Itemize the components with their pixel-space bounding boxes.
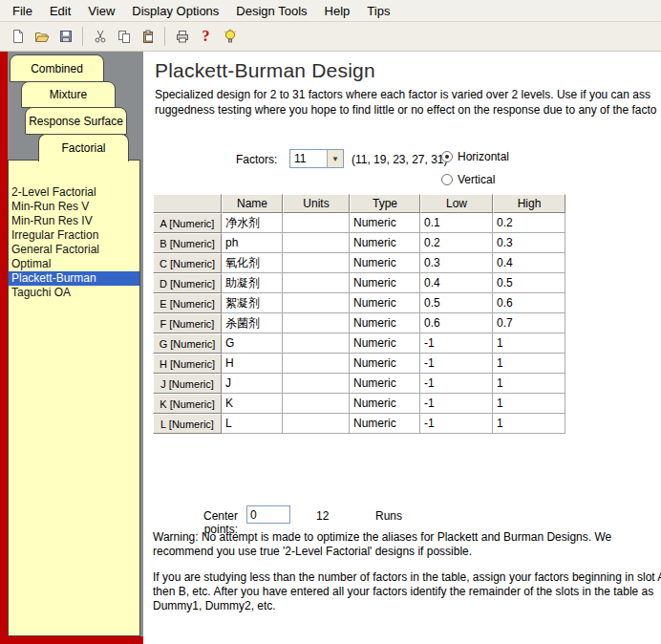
- cell-low[interactable]: 0.4: [420, 273, 493, 293]
- row-header[interactable]: K [Numeric]: [153, 394, 222, 414]
- sidebar-item-min-run-res-iv[interactable]: Min-Run Res IV: [9, 214, 139, 228]
- cell-units[interactable]: [283, 273, 350, 293]
- cell-type[interactable]: Numeric: [350, 213, 420, 233]
- tab-factorial[interactable]: Factorial: [38, 134, 129, 161]
- cell-units[interactable]: [283, 354, 350, 374]
- open-button[interactable]: [30, 25, 53, 48]
- tab-mixture[interactable]: Mixture: [21, 81, 116, 108]
- cell-high[interactable]: 0.3: [493, 233, 565, 253]
- cell-high[interactable]: 0.2: [493, 213, 565, 233]
- cell-units[interactable]: [283, 233, 350, 253]
- row-header[interactable]: D [Numeric]: [153, 273, 222, 293]
- cell-high[interactable]: 1: [493, 374, 565, 394]
- sidebar-item-min-run-res-v[interactable]: Min-Run Res V: [9, 200, 139, 214]
- copy-button[interactable]: [112, 25, 136, 48]
- cell-type[interactable]: Numeric: [350, 414, 420, 434]
- cell-low[interactable]: 0.3: [420, 253, 493, 273]
- cell-low[interactable]: -1: [420, 354, 493, 374]
- cell-units[interactable]: [283, 333, 350, 354]
- row-header[interactable]: F [Numeric]: [153, 313, 222, 333]
- menu-tips[interactable]: Tips: [358, 1, 398, 21]
- cell-type[interactable]: Numeric: [350, 313, 420, 333]
- cell-low[interactable]: 0.1: [420, 213, 493, 233]
- cell-type[interactable]: Numeric: [350, 253, 420, 273]
- cell-name[interactable]: K: [222, 394, 283, 414]
- cell-name[interactable]: 助凝剂: [222, 273, 283, 293]
- cell-name[interactable]: 絮凝剂: [222, 293, 283, 313]
- sidebar-item-2-level-factorial[interactable]: 2-Level Factorial: [9, 185, 139, 200]
- tips-button[interactable]: [218, 25, 242, 48]
- cell-high[interactable]: 0.6: [493, 293, 565, 313]
- cell-units[interactable]: [283, 394, 350, 414]
- cell-name[interactable]: J: [222, 374, 283, 394]
- cell-low[interactable]: -1: [420, 394, 493, 414]
- cell-type[interactable]: Numeric: [350, 293, 420, 313]
- cell-name[interactable]: ph: [222, 233, 283, 253]
- column-header-low[interactable]: Low: [420, 194, 493, 213]
- column-header-units[interactable]: Units: [283, 194, 350, 213]
- cell-units[interactable]: [283, 374, 350, 394]
- cell-high[interactable]: 0.4: [493, 253, 565, 273]
- menu-display-options[interactable]: Display Options: [123, 1, 227, 21]
- row-header[interactable]: C [Numeric]: [153, 253, 222, 273]
- cell-low[interactable]: 0.2: [420, 233, 493, 253]
- cell-name[interactable]: L: [222, 414, 283, 434]
- cell-low[interactable]: 0.6: [420, 313, 493, 333]
- cell-high[interactable]: 1: [493, 333, 565, 354]
- menu-design-tools[interactable]: Design Tools: [227, 1, 315, 21]
- cell-type[interactable]: Numeric: [350, 394, 420, 414]
- center-points-input[interactable]: [246, 505, 290, 524]
- cell-type[interactable]: Numeric: [350, 233, 420, 253]
- radio-vertical[interactable]: Vertical: [441, 173, 495, 186]
- row-header[interactable]: L [Numeric]: [153, 414, 222, 434]
- paste-button[interactable]: [136, 25, 160, 48]
- help-button[interactable]: ?: [194, 25, 218, 48]
- sidebar-item-irregular-fraction[interactable]: Irregular Fraction: [9, 228, 139, 243]
- row-header[interactable]: H [Numeric]: [153, 354, 222, 374]
- cell-high[interactable]: 1: [493, 354, 565, 374]
- sidebar-item-plackett-burman[interactable]: Plackett-Burman: [9, 271, 139, 286]
- column-header-type[interactable]: Type: [350, 194, 420, 213]
- row-header[interactable]: B [Numeric]: [153, 233, 222, 253]
- cell-low[interactable]: 0.5: [420, 293, 493, 313]
- cell-units[interactable]: [283, 293, 350, 313]
- column-header-name[interactable]: Name: [222, 194, 283, 213]
- tab-combined[interactable]: Combined: [10, 54, 104, 82]
- cut-button[interactable]: [88, 25, 112, 48]
- column-header-high[interactable]: High: [493, 194, 565, 213]
- save-button[interactable]: [53, 25, 77, 48]
- menu-edit[interactable]: Edit: [41, 1, 79, 21]
- cell-type[interactable]: Numeric: [350, 273, 420, 293]
- menu-file[interactable]: File: [4, 1, 41, 21]
- cell-high[interactable]: 0.5: [493, 273, 565, 293]
- row-header[interactable]: J [Numeric]: [153, 374, 222, 394]
- cell-name[interactable]: 净水剂: [222, 213, 283, 233]
- chevron-down-icon[interactable]: ▼: [327, 150, 343, 167]
- radio-horizontal[interactable]: Horizontal: [441, 150, 509, 163]
- cell-units[interactable]: [283, 253, 350, 273]
- menu-view[interactable]: View: [79, 1, 123, 21]
- cell-high[interactable]: 0.7: [493, 313, 565, 333]
- cell-name[interactable]: 氧化剂: [222, 253, 283, 273]
- cell-units[interactable]: [283, 313, 350, 333]
- cell-units[interactable]: [283, 414, 350, 434]
- tab-response-surface[interactable]: Response Surface: [25, 107, 127, 135]
- menu-help[interactable]: Help: [316, 1, 359, 21]
- cell-units[interactable]: [283, 213, 350, 233]
- cell-type[interactable]: Numeric: [350, 354, 420, 374]
- cell-type[interactable]: Numeric: [350, 374, 420, 394]
- cell-high[interactable]: 1: [493, 414, 565, 434]
- sidebar-item-general-factorial[interactable]: General Factorial: [9, 243, 139, 257]
- cell-low[interactable]: -1: [420, 374, 493, 394]
- factors-dropdown[interactable]: 11 ▼: [289, 149, 344, 168]
- row-header[interactable]: A [Numeric]: [153, 213, 222, 233]
- cell-name[interactable]: H: [222, 354, 283, 374]
- sidebar-item-optimal[interactable]: Optimal: [9, 257, 139, 271]
- cell-name[interactable]: G: [222, 333, 283, 354]
- column-header-blank[interactable]: [153, 194, 222, 213]
- cell-type[interactable]: Numeric: [350, 333, 420, 354]
- cell-high[interactable]: 1: [493, 394, 565, 414]
- new-document-button[interactable]: [6, 25, 30, 48]
- row-header[interactable]: E [Numeric]: [153, 293, 222, 313]
- cell-low[interactable]: -1: [420, 333, 493, 354]
